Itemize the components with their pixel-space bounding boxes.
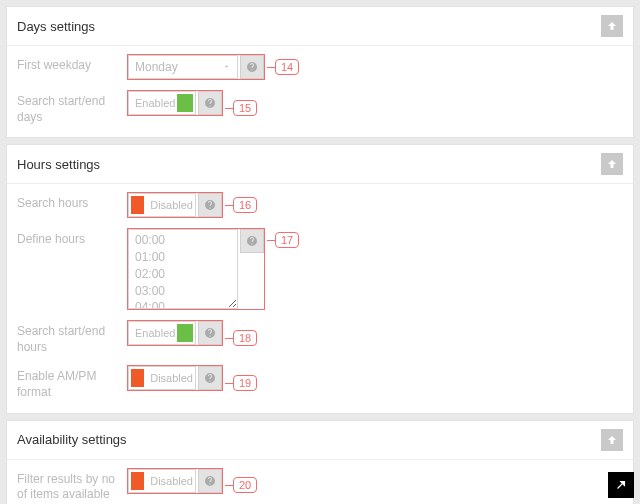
help-button[interactable] [240, 229, 264, 253]
arrow-up-icon [606, 20, 618, 32]
search-days-toggle[interactable]: Enabled [128, 91, 196, 115]
first-weekday-select[interactable]: Monday [128, 55, 238, 79]
help-button[interactable] [198, 321, 222, 345]
help-icon [204, 372, 216, 384]
define-hours-listbox[interactable]: 00:0001:0002:0003:0004:0005:0006:0007:00… [128, 229, 238, 309]
toggle-knob [177, 324, 193, 342]
search-days-label: Search start/end days [17, 90, 127, 125]
back-to-top-button[interactable] [608, 472, 634, 498]
availability-section-title: Availability settings [17, 432, 127, 447]
filter-availability-label: Filter results by no of items available [17, 468, 127, 503]
hours-option[interactable]: 02:00 [135, 266, 231, 283]
hours-option[interactable]: 03:00 [135, 283, 231, 300]
help-icon [204, 475, 216, 487]
ampm-label: Enable AM/PM format [17, 365, 127, 400]
reference-badge: 15 [233, 100, 257, 116]
search-hours-range-label: Search start/end hours [17, 320, 127, 355]
help-button[interactable] [198, 91, 222, 115]
availability-settings-section: Availability settings Filter results by … [6, 420, 634, 504]
help-icon [204, 97, 216, 109]
availability-section-header: Availability settings [7, 421, 633, 460]
help-icon [246, 61, 258, 73]
toggle-knob [177, 94, 193, 112]
search-hours-label: Search hours [17, 192, 127, 212]
ampm-toggle[interactable]: Disabled [128, 366, 196, 390]
hours-section-header: Hours settings [7, 145, 633, 184]
define-hours-label: Define hours [17, 228, 127, 248]
help-icon [204, 199, 216, 211]
toggle-state: Disabled [144, 199, 193, 211]
collapse-button[interactable] [601, 15, 623, 37]
reference-badge: 20 [233, 477, 257, 493]
help-button[interactable] [240, 55, 264, 79]
toggle-state: Enabled [131, 327, 175, 339]
reference-badge: 17 [275, 232, 299, 248]
arrow-up-icon [606, 158, 618, 170]
reference-badge: 16 [233, 197, 257, 213]
days-settings-section: Days settings First weekday Monday 14 Se… [6, 6, 634, 138]
hours-settings-section: Hours settings Search hours Disabled 16 … [6, 144, 634, 413]
collapse-button[interactable] [601, 429, 623, 451]
arrow-up-right-icon [614, 478, 628, 492]
help-button[interactable] [198, 193, 222, 217]
toggle-knob [131, 196, 144, 214]
chevron-down-icon [222, 60, 231, 74]
help-icon [204, 327, 216, 339]
hours-section-title: Hours settings [17, 157, 100, 172]
hours-option[interactable]: 01:00 [135, 249, 231, 266]
help-button[interactable] [198, 469, 222, 493]
hours-option[interactable]: 04:00 [135, 299, 231, 309]
days-section-title: Days settings [17, 19, 95, 34]
collapse-button[interactable] [601, 153, 623, 175]
arrow-up-icon [606, 434, 618, 446]
search-hours-range-toggle[interactable]: Enabled [128, 321, 196, 345]
hours-option[interactable]: 00:00 [135, 232, 231, 249]
toggle-state: Disabled [144, 372, 193, 384]
toggle-state: Enabled [131, 97, 175, 109]
days-section-header: Days settings [7, 7, 633, 46]
toggle-knob [131, 369, 144, 387]
toggle-state: Disabled [144, 475, 193, 487]
search-hours-toggle[interactable]: Disabled [128, 193, 196, 217]
first-weekday-label: First weekday [17, 54, 127, 74]
help-icon [246, 235, 258, 247]
filter-availability-toggle[interactable]: Disabled [128, 469, 196, 493]
reference-badge: 18 [233, 330, 257, 346]
reference-badge: 19 [233, 375, 257, 391]
help-button[interactable] [198, 366, 222, 390]
toggle-knob [131, 472, 144, 490]
first-weekday-value: Monday [135, 60, 178, 74]
reference-badge: 14 [275, 59, 299, 75]
